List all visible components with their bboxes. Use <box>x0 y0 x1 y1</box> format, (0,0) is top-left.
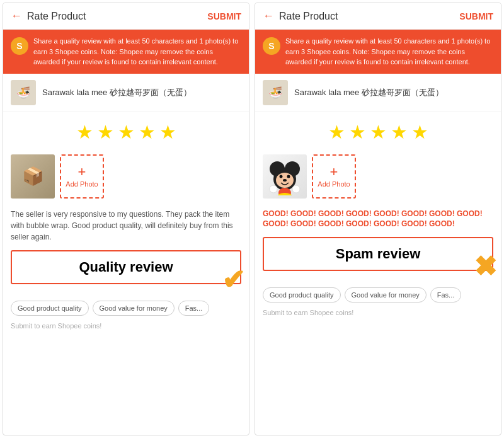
product-name-right: Sarawak lala mee 砂拉越哥罗面（无蛋） <box>294 87 444 98</box>
star-1-right[interactable]: ★ <box>328 121 345 143</box>
footer-right: Submit to earn Shopee coins! <box>255 306 501 323</box>
header-left: ← Rate Product SUBMIT <box>3 3 249 30</box>
star-3-right[interactable]: ★ <box>370 121 387 143</box>
tag-value-left[interactable]: Good value for money <box>93 301 175 316</box>
stars-row-left: ★ ★ ★ ★ ★ <box>3 112 249 149</box>
star-3-left[interactable]: ★ <box>118 121 135 143</box>
review-label-box-right: Spam review ✖ <box>263 237 493 271</box>
review-label-right: Spam review <box>336 246 421 262</box>
back-arrow-icon[interactable]: ← <box>11 9 22 23</box>
star-5-left[interactable]: ★ <box>159 121 176 143</box>
page-title-right: Rate Product <box>279 11 338 22</box>
tag-fast-left[interactable]: Fas... <box>178 301 210 316</box>
uploaded-photo-left: 📦 <box>11 154 55 199</box>
coin-icon-left: S <box>11 37 28 55</box>
review-text-left[interactable]: The seller is very responsive to my ques… <box>3 204 249 248</box>
product-thumbnail-left: 🍜 <box>11 80 36 105</box>
back-arrow-icon-right[interactable]: ← <box>263 9 274 23</box>
star-2-left[interactable]: ★ <box>97 121 114 143</box>
product-thumbnail-right: 🍜 <box>263 80 288 105</box>
tag-fast-right[interactable]: Fas... <box>430 287 462 303</box>
add-photo-button-left[interactable]: + Add Photo <box>60 154 104 199</box>
stars-row-right: ★ ★ ★ ★ ★ <box>255 112 501 149</box>
review-label-box-left: Quality review ✔ <box>11 250 241 284</box>
banner-text-left: Share a quality review with at least 50 … <box>33 36 241 67</box>
svg-point-4 <box>280 175 283 178</box>
header-left-group: ← Rate Product <box>11 9 86 23</box>
header-right: ← Rate Product SUBMIT <box>255 3 501 30</box>
product-row-right: 🍜 Sarawak lala mee 砂拉越哥罗面（无蛋） <box>255 74 501 112</box>
svg-point-5 <box>287 175 290 178</box>
tag-value-right[interactable]: Good value for money <box>345 287 427 303</box>
add-photo-label-right: Add Photo <box>318 180 350 188</box>
star-4-right[interactable]: ★ <box>391 121 408 143</box>
star-4-left[interactable]: ★ <box>139 121 156 143</box>
tags-row-right: Good product quality Good value for mone… <box>255 274 501 306</box>
footer-left: Submit to earn Shopee coins! <box>3 320 249 336</box>
add-photo-button-right[interactable]: + Add Photo <box>312 154 356 199</box>
svg-point-6 <box>283 179 287 182</box>
left-panel: ← Rate Product SUBMIT S Share a quality … <box>3 3 249 435</box>
tag-quality-left[interactable]: Good product quality <box>11 301 89 316</box>
right-panel: ← Rate Product SUBMIT S Share a quality … <box>255 3 501 435</box>
product-row-left: 🍜 Sarawak lala mee 砂拉越哥罗面（无蛋） <box>3 74 249 112</box>
submit-button-right[interactable]: SUBMIT <box>459 11 493 21</box>
cross-mark-right: ✖ <box>474 250 497 282</box>
info-banner-left: S Share a quality review with at least 5… <box>3 30 249 74</box>
star-1-left[interactable]: ★ <box>76 121 93 143</box>
coin-icon-right: S <box>263 37 280 55</box>
star-2-right[interactable]: ★ <box>349 121 366 143</box>
svg-point-9 <box>270 185 277 193</box>
tags-row-left: Good product quality Good value for mone… <box>3 287 249 320</box>
header-right-group: ← Rate Product <box>263 9 338 23</box>
tag-quality-right[interactable]: Good product quality <box>263 287 341 303</box>
add-photo-label-left: Add Photo <box>66 180 98 188</box>
spam-text-right: GOOD! GOOD! GOOD! GOOD! GOOD! GOOD! GOOD… <box>255 204 501 235</box>
check-mark-left: ✔ <box>222 263 245 296</box>
photo-area-right: + Add Photo <box>255 149 501 204</box>
banner-text-right: Share a quality review with at least 50 … <box>285 36 493 67</box>
svg-point-10 <box>292 185 300 193</box>
review-label-left: Quality review <box>79 259 173 275</box>
product-name-left: Sarawak lala mee 砂拉越哥罗面（无蛋） <box>42 87 192 98</box>
info-banner-right: S Share a quality review with at least 5… <box>255 30 501 74</box>
mickey-svg <box>266 158 304 195</box>
submit-button-left[interactable]: SUBMIT <box>207 11 241 21</box>
uploaded-photo-right <box>263 154 307 199</box>
page-title-left: Rate Product <box>27 11 86 22</box>
star-5-right[interactable]: ★ <box>411 121 428 143</box>
photo-area-left: 📦 + Add Photo <box>3 149 249 204</box>
